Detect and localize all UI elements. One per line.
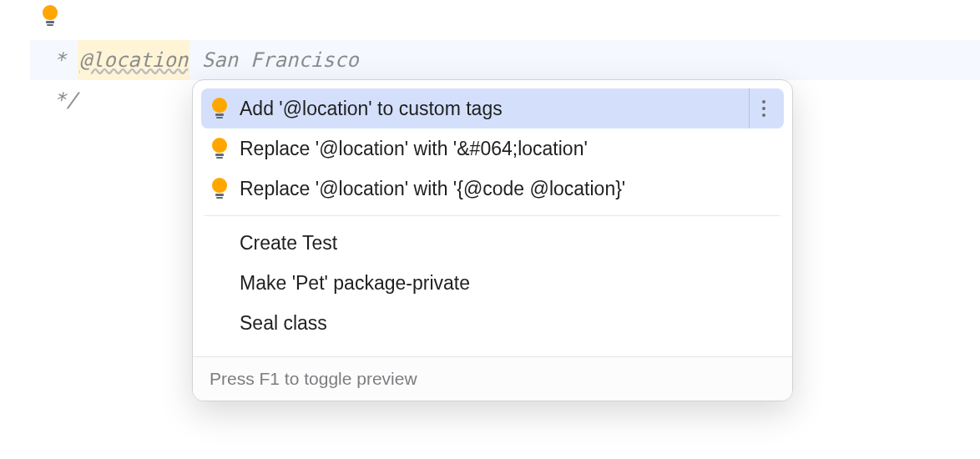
lightbulb-icon <box>211 178 240 199</box>
intention-replace-code[interactable]: Replace '@location' with '{@code @locati… <box>201 169 784 209</box>
popup-body: Add '@location' to custom tags Replace '… <box>193 80 792 356</box>
blank-line <box>30 0 980 40</box>
menu-item-label: Add '@location' to custom tags <box>240 98 749 120</box>
popup-footer-hint: Press F1 to toggle preview <box>193 356 792 401</box>
intention-actions-popup: Add '@location' to custom tags Replace '… <box>192 79 793 401</box>
intention-seal-class[interactable]: Seal class <box>201 303 784 343</box>
comment-asterisk: * <box>42 40 66 80</box>
menu-separator <box>205 215 780 216</box>
editor-gutter <box>0 0 30 459</box>
menu-item-label: Create Test <box>240 232 777 255</box>
menu-item-label: Make 'Pet' package-private <box>240 272 777 295</box>
intention-create-test[interactable]: Create Test <box>201 223 784 263</box>
lightbulb-icon <box>211 138 240 159</box>
javadoc-tag[interactable]: @location <box>78 40 189 80</box>
lightbulb-icon <box>211 98 240 119</box>
code-line[interactable]: * @location San Francisco <box>30 40 980 80</box>
menu-item-label: Replace '@location' with '&#064;location… <box>240 138 777 160</box>
comment-close: */ <box>42 80 78 120</box>
menu-item-label: Replace '@location' with '{@code @locati… <box>240 178 777 200</box>
javadoc-text: San Francisco <box>189 40 358 80</box>
kebab-icon <box>762 98 765 119</box>
more-options-button[interactable] <box>749 88 777 129</box>
intention-add-custom-tag[interactable]: Add '@location' to custom tags <box>201 88 784 129</box>
intention-make-package-private[interactable]: Make 'Pet' package-private <box>201 263 784 303</box>
intention-replace-entity[interactable]: Replace '@location' with '&#064;location… <box>201 129 784 169</box>
menu-item-label: Seal class <box>240 312 777 335</box>
